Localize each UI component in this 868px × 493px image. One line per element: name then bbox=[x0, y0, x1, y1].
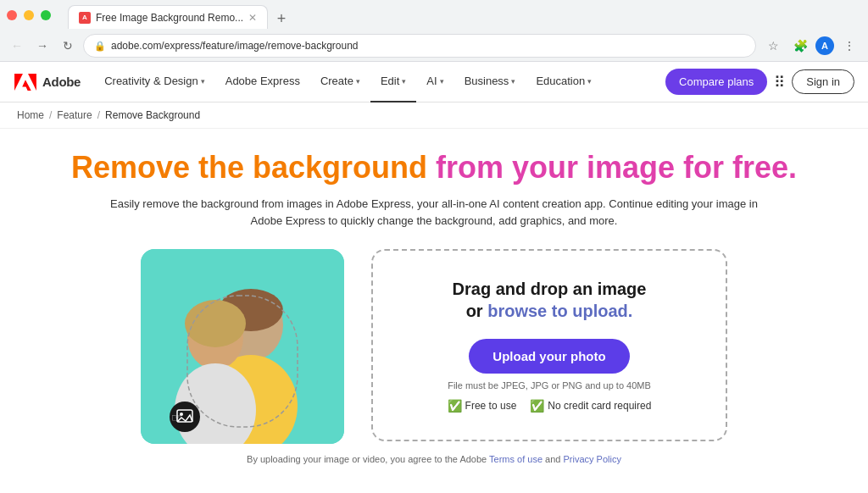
nav-chevron-create: ▾ bbox=[356, 77, 360, 86]
compare-plans-button[interactable]: Compare plans bbox=[665, 69, 767, 95]
breadcrumb-current: Remove Background bbox=[105, 109, 200, 121]
breadcrumb-feature[interactable]: Feature bbox=[57, 109, 92, 121]
window-controls bbox=[7, 10, 51, 20]
svg-point-5 bbox=[185, 300, 246, 347]
bookmark-button[interactable]: ☆ bbox=[761, 34, 785, 58]
tab-title: Free Image Background Remo... bbox=[96, 12, 243, 24]
browser-chrome: A Free Image Background Remo... ✕ + ← → … bbox=[0, 0, 868, 62]
breadcrumb-sep-1: / bbox=[49, 109, 52, 121]
active-tab[interactable]: A Free Image Background Remo... ✕ bbox=[68, 5, 268, 29]
toolbar-icons: ☆ 🧩 A ⋮ bbox=[761, 34, 861, 58]
nav-item-create-label: Create bbox=[320, 75, 353, 87]
nav-item-express-label: Adobe Express bbox=[225, 75, 300, 87]
nav-item-creativity[interactable]: Creativity & Design ▾ bbox=[94, 62, 215, 102]
drag-drop-text: Drag and drop an image bbox=[453, 280, 647, 298]
free-to-use-badge: ✅ Free to use bbox=[448, 399, 517, 413]
breadcrumb-sep-2: / bbox=[97, 109, 100, 121]
hero-subtitle: Easily remove the background from images… bbox=[95, 196, 773, 229]
nav-item-business-label: Business bbox=[465, 75, 509, 87]
nav-item-create[interactable]: Create ▾ bbox=[310, 62, 370, 102]
window-close-button[interactable] bbox=[7, 10, 17, 20]
adobe-logo[interactable]: Adobe bbox=[14, 74, 81, 91]
nav-item-express[interactable]: Adobe Express bbox=[215, 62, 310, 102]
address-bar[interactable]: 🔒 adobe.com/express/feature/image/remove… bbox=[83, 34, 756, 58]
no-credit-label: No credit card required bbox=[548, 400, 651, 412]
nav-chevron-business: ▾ bbox=[511, 77, 515, 86]
nav-item-ai[interactable]: AI ▾ bbox=[416, 62, 453, 102]
footer-note: By uploading your image or video, you ag… bbox=[27, 444, 841, 474]
nav-items: Creativity & Design ▾ Adobe Express Crea… bbox=[94, 62, 648, 102]
upload-photo-button[interactable]: Upload your photo bbox=[469, 339, 629, 374]
hero-title-pink: from your image for free. bbox=[436, 150, 797, 185]
new-tab-button[interactable]: + bbox=[271, 8, 292, 29]
upload-badges: ✅ Free to use ✅ No credit card required bbox=[448, 399, 652, 413]
extensions-button[interactable]: 🧩 bbox=[788, 34, 812, 58]
tab-favicon: A bbox=[79, 12, 91, 24]
adobe-nav: Adobe Creativity & Design ▾ Adobe Expres… bbox=[0, 62, 868, 102]
window-minimize-button[interactable] bbox=[24, 10, 34, 20]
nav-item-education[interactable]: Education ▾ bbox=[526, 62, 602, 102]
breadcrumb: Home / Feature / Remove Background bbox=[0, 102, 868, 129]
terms-link[interactable]: Terms of use bbox=[489, 454, 542, 464]
two-col-layout: ☞ Drag and drop an image or browse to up… bbox=[27, 249, 841, 444]
no-credit-check-icon: ✅ bbox=[530, 399, 544, 413]
adobe-logo-text: Adobe bbox=[42, 75, 81, 89]
url-text: adobe.com/express/feature/image/remove-b… bbox=[111, 40, 745, 52]
nav-item-business[interactable]: Business ▾ bbox=[454, 62, 526, 102]
browser-top-bar: A Free Image Background Remo... ✕ + bbox=[0, 0, 868, 30]
reload-button[interactable]: ↻ bbox=[58, 36, 78, 56]
window-maximize-button[interactable] bbox=[41, 10, 51, 20]
free-to-use-label: Free to use bbox=[465, 400, 517, 412]
profile-button[interactable]: A bbox=[815, 36, 834, 55]
browse-link[interactable]: browse to upload. bbox=[487, 302, 632, 320]
footer-note-text: By uploading your image or video, you ag… bbox=[247, 454, 489, 464]
nav-item-edit-label: Edit bbox=[381, 75, 399, 87]
nav-item-creativity-label: Creativity & Design bbox=[104, 75, 198, 87]
upload-zone[interactable]: Drag and drop an image or browse to uplo… bbox=[371, 249, 727, 441]
nav-chevron-education: ▾ bbox=[587, 77, 592, 86]
hero-title: Remove the background from your image fo… bbox=[27, 149, 841, 186]
nav-item-education-label: Education bbox=[536, 75, 585, 87]
tab-close-button[interactable]: ✕ bbox=[248, 12, 257, 24]
sign-in-button[interactable]: Sign in bbox=[792, 69, 854, 94]
or-text: or bbox=[466, 302, 488, 320]
hero-title-orange: Remove the background bbox=[71, 150, 436, 185]
main-content: Remove the background from your image fo… bbox=[10, 129, 858, 474]
nav-chevron-edit: ▾ bbox=[402, 77, 406, 86]
address-bar-row: ← → ↻ 🔒 adobe.com/express/feature/image/… bbox=[0, 30, 868, 61]
breadcrumb-home[interactable]: Home bbox=[17, 109, 44, 121]
footer-and-text: and bbox=[542, 454, 563, 464]
back-button[interactable]: ← bbox=[7, 36, 27, 56]
apps-grid-icon[interactable]: ⠿ bbox=[774, 73, 785, 91]
privacy-link[interactable]: Privacy Policy bbox=[563, 454, 620, 464]
demo-people-image: ☞ bbox=[141, 249, 344, 444]
upload-zone-title: Drag and drop an image or browse to uplo… bbox=[453, 278, 647, 322]
nav-item-edit[interactable]: Edit ▾ bbox=[370, 62, 416, 102]
nav-item-ai-label: AI bbox=[426, 75, 437, 87]
nav-chevron-ai: ▾ bbox=[440, 77, 444, 86]
file-note: File must be JPEG, JPG or PNG and up to … bbox=[448, 380, 651, 391]
security-icon: 🔒 bbox=[94, 41, 106, 52]
adobe-logo-icon bbox=[14, 74, 37, 91]
menu-button[interactable]: ⋮ bbox=[837, 34, 861, 58]
demo-image-container: ☞ bbox=[141, 249, 344, 444]
nav-right: Compare plans ⠿ Sign in bbox=[659, 69, 854, 95]
forward-button[interactable]: → bbox=[32, 36, 53, 56]
free-check-icon: ✅ bbox=[448, 399, 462, 413]
tab-bar: A Free Image Background Remo... ✕ + bbox=[61, 2, 298, 29]
no-credit-card-badge: ✅ No credit card required bbox=[530, 399, 651, 413]
nav-chevron-creativity: ▾ bbox=[201, 77, 205, 86]
svg-text:☞: ☞ bbox=[171, 411, 182, 424]
